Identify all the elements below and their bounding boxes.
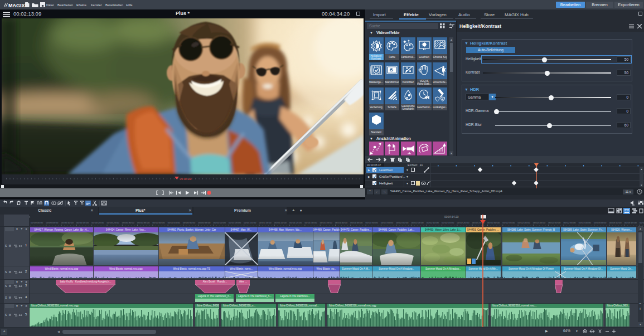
svg-text:00:02:35:00: 00:02:35:00	[502, 221, 515, 224]
svg-text:00:02:40:00: 00:02:40:00	[518, 221, 531, 224]
svg-text:00:01:35:00: 00:01:35:00	[320, 221, 333, 224]
svg-text:00:03:20:00: 00:03:20:00	[640, 221, 644, 224]
svg-text:00:00:10:00: 00:00:10:00	[61, 221, 74, 224]
svg-text:00:00:45:00: 00:00:45:00	[168, 221, 181, 224]
svg-text:00:01:30:00: 00:01:30:00	[304, 221, 317, 224]
svg-text:00:01:25:00: 00:01:25:00	[289, 221, 302, 224]
svg-text:00:00:00:00: 00:00:00:00	[31, 221, 43, 224]
svg-text:00:02:05:00: 00:02:05:00	[411, 221, 424, 224]
svg-text:00:03:15:00: 00:03:15:00	[624, 221, 637, 224]
svg-text:00:00:30:00: 00:00:30:00	[122, 221, 135, 224]
svg-text:00:01:10:00: 00:01:10:00	[244, 221, 256, 224]
svg-text:00:03:10:00: 00:03:10:00	[609, 221, 622, 224]
svg-text:00:00:25:00: 00:00:25:00	[107, 221, 120, 224]
svg-text:00:02:30:00: 00:02:30:00	[487, 221, 500, 224]
svg-text:00:01:05:00: 00:01:05:00	[229, 221, 241, 224]
svg-text:00:00:20:00: 00:00:20:00	[91, 221, 104, 224]
svg-text:00:00:50:00: 00:00:50:00	[183, 221, 196, 224]
svg-text:00:00:35:00: 00:00:35:00	[137, 221, 150, 224]
svg-text:00:00:40:00: 00:00:40:00	[152, 221, 165, 224]
svg-text:04:34:20: 04:34:20	[180, 177, 191, 181]
svg-text:00:01:00:00: 00:01:00:00	[214, 221, 226, 224]
svg-text:00:02:15:00: 00:02:15:00	[442, 221, 454, 224]
svg-text:00:02:55:00: 00:02:55:00	[564, 221, 577, 224]
svg-text:00:02:10:00: 00:02:10:00	[427, 221, 439, 224]
svg-text:00:02:50:00: 00:02:50:00	[548, 221, 561, 224]
svg-text:00:01:20:00: 00:01:20:00	[274, 221, 287, 224]
svg-text:00:00:55:00: 00:00:55:00	[198, 221, 211, 224]
svg-text:00:00:15:00: 00:00:15:00	[76, 221, 89, 224]
svg-text:00:03:00:00: 00:03:00:00	[579, 221, 592, 224]
svg-text:00:02:45:00: 00:02:45:00	[533, 221, 546, 224]
svg-text:00:03:05:00: 00:03:05:00	[594, 221, 607, 224]
svg-text:00:01:55:00: 00:01:55:00	[381, 221, 394, 224]
svg-text:00:00:05:00: 00:00:05:00	[46, 221, 59, 224]
svg-text:00:01:50:00: 00:01:50:00	[366, 221, 379, 224]
svg-text:00:02:00:00: 00:02:00:00	[396, 221, 409, 224]
svg-text:00:01:15:00: 00:01:15:00	[259, 221, 272, 224]
svg-text:00:01:40:00: 00:01:40:00	[335, 221, 348, 224]
svg-text:00:01:45:00: 00:01:45:00	[350, 221, 363, 224]
svg-text:00:02:20:00: 00:02:20:00	[457, 221, 469, 224]
svg-text:MAGIX: MAGIX	[8, 2, 25, 8]
